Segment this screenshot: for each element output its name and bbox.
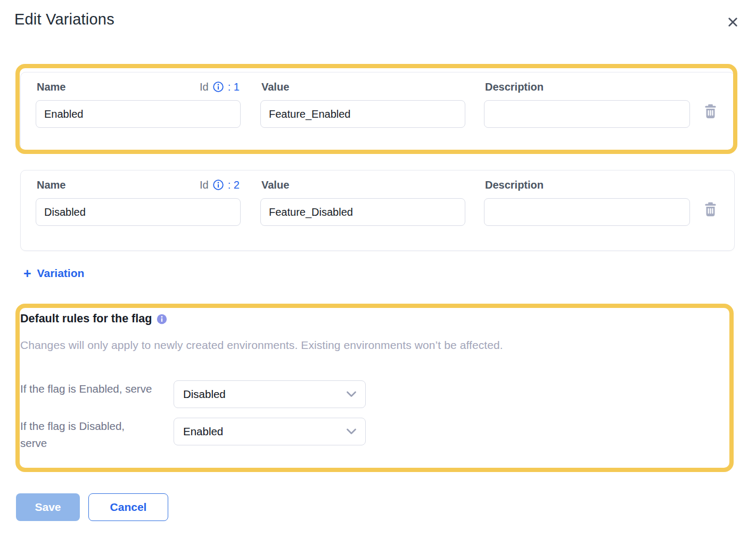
serve-select-disabled[interactable]: Enabled bbox=[174, 418, 366, 445]
description-label: Description bbox=[485, 81, 544, 93]
variation-id-value: : 1 bbox=[228, 81, 240, 93]
variation-id-badge: Id : 1 bbox=[200, 81, 240, 93]
default-rules-section: Default rules for the flag Changes will … bbox=[20, 312, 735, 452]
modal-header: Edit Variations bbox=[0, 0, 756, 31]
info-icon[interactable] bbox=[212, 179, 224, 191]
rule-label-disabled: If the flag is Disabled, serve bbox=[20, 418, 153, 452]
add-variation-button[interactable]: + Variation bbox=[23, 267, 84, 280]
id-label: Id bbox=[200, 81, 209, 93]
select-value: Disabled bbox=[183, 388, 226, 401]
page-title: Edit Variations bbox=[14, 11, 114, 28]
info-icon[interactable] bbox=[212, 81, 224, 93]
variation-description-input[interactable] bbox=[484, 198, 690, 226]
variation-description-input[interactable] bbox=[484, 100, 690, 128]
variation-card: Name Id : 2 Value Description bbox=[20, 170, 735, 251]
variation-id-value: : 2 bbox=[228, 179, 240, 191]
chevron-down-icon bbox=[346, 391, 357, 397]
name-label: Name bbox=[37, 179, 65, 191]
variation-value-input[interactable] bbox=[260, 100, 465, 128]
add-variation-label: Variation bbox=[37, 267, 85, 280]
serve-select-enabled[interactable]: Disabled bbox=[174, 380, 366, 408]
description-label: Description bbox=[485, 179, 544, 191]
trash-icon bbox=[703, 112, 718, 120]
variation-name-input[interactable] bbox=[36, 100, 241, 128]
save-button[interactable]: Save bbox=[16, 493, 80, 521]
delete-variation-button[interactable] bbox=[703, 202, 718, 217]
trash-icon bbox=[703, 210, 718, 218]
variation-name-input[interactable] bbox=[36, 198, 241, 226]
variation-value-input[interactable] bbox=[260, 198, 465, 226]
close-icon bbox=[726, 23, 740, 31]
name-label: Name bbox=[37, 81, 65, 93]
variation-id-badge: Id : 2 bbox=[200, 179, 240, 191]
chevron-down-icon bbox=[346, 428, 357, 435]
value-label: Value bbox=[261, 179, 289, 191]
id-label: Id bbox=[200, 179, 209, 191]
default-rules-note: Changes will only apply to newly created… bbox=[20, 339, 735, 352]
delete-variation-button[interactable] bbox=[703, 104, 718, 119]
default-rules-title: Default rules for the flag bbox=[20, 312, 152, 326]
cancel-button[interactable]: Cancel bbox=[88, 493, 168, 521]
rule-label-enabled: If the flag is Enabled, serve bbox=[20, 380, 153, 397]
info-filled-icon[interactable] bbox=[157, 314, 167, 324]
variation-card: Name Id : 1 Value Description bbox=[20, 72, 735, 153]
close-button[interactable] bbox=[724, 13, 742, 31]
plus-icon: + bbox=[23, 268, 31, 279]
select-value: Enabled bbox=[183, 425, 223, 438]
action-buttons: Save Cancel bbox=[16, 493, 756, 521]
value-label: Value bbox=[261, 81, 289, 93]
